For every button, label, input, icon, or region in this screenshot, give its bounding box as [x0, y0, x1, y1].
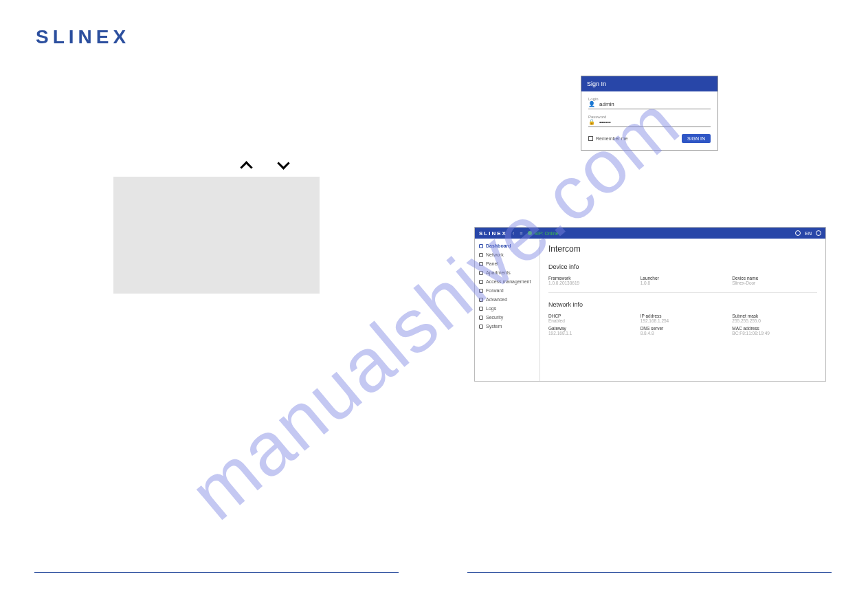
- right-column: 8. Web interface Sign In Login 👤 admin P…: [467, 69, 838, 212]
- sidebar-item-security[interactable]: Security: [475, 313, 539, 322]
- arrow-down-icon: [278, 159, 289, 170]
- shield-icon: [479, 316, 483, 320]
- sidebar-item-apartments[interactable]: Apartments: [475, 268, 539, 277]
- checkbox-icon: [588, 136, 593, 141]
- arrow-buttons-row: [241, 159, 405, 170]
- gear-icon: [479, 298, 483, 302]
- card-title: Network info: [548, 301, 817, 308]
- dash-sidebar: Dashboard Network Panel Apartments Acces…: [475, 239, 540, 381]
- password-input[interactable]: ••••••: [599, 119, 611, 125]
- info-value: Slinex-Door: [732, 281, 817, 285]
- dash-logo: SLINEX: [479, 230, 507, 237]
- sip-status: SIP: Online: [528, 231, 558, 236]
- info-key: Device name: [732, 276, 817, 281]
- info-value: 192.168.1.1: [548, 331, 634, 336]
- globe-icon[interactable]: [795, 230, 801, 236]
- info-key: Framework: [548, 276, 634, 281]
- key-icon: [479, 280, 483, 284]
- signin-button[interactable]: SIGN IN: [682, 134, 711, 143]
- forward-icon: [479, 289, 483, 293]
- divider: [34, 572, 399, 573]
- menu-icon[interactable]: ≡: [520, 231, 522, 236]
- info-value: 255.255.255.0: [732, 318, 817, 323]
- screenshot-placeholder: [113, 177, 320, 294]
- login-input[interactable]: admin: [599, 101, 614, 107]
- dash-main: Intercom Device info Framework1.0.0.2013…: [540, 239, 825, 381]
- info-value: 1.0.0.20130619: [548, 281, 634, 285]
- info-key: Subnet mask: [732, 314, 817, 318]
- sidebar-item-logs[interactable]: Logs: [475, 304, 539, 313]
- dashboard-screenshot: SLINEX ‹ ≡ SIP: Online EN Dashboard Netw…: [474, 227, 826, 382]
- building-icon: [479, 271, 483, 275]
- info-key: MAC address: [732, 326, 817, 331]
- grid-icon: [479, 244, 483, 248]
- user-menu-icon[interactable]: [816, 230, 821, 236]
- sidebar-item-advanced[interactable]: Advanced: [475, 295, 539, 304]
- chevron-left-icon[interactable]: ‹: [513, 231, 514, 236]
- sidebar-item-dashboard[interactable]: Dashboard: [475, 241, 539, 250]
- sidebar-item-forward[interactable]: Forward: [475, 286, 539, 295]
- panel-icon: [479, 262, 483, 266]
- sidebar-item-network[interactable]: Network: [475, 250, 539, 259]
- info-value: 1.0.8: [641, 281, 726, 285]
- lang-label: EN: [805, 231, 812, 236]
- signin-screenshot: Sign In Login 👤 admin Password 🔒 ••••••: [581, 76, 718, 151]
- info-value: 192.168.1.254: [641, 318, 726, 323]
- info-value: Enabled: [548, 318, 634, 323]
- sidebar-item-access[interactable]: Access management: [475, 277, 539, 286]
- left-column: 7. Software 7.1. Software main menu Slid…: [34, 69, 405, 294]
- brand-logo: SLINEX: [36, 26, 130, 48]
- card-title: Device info: [548, 263, 817, 270]
- status-dot-icon: [528, 231, 532, 235]
- cog-icon: [479, 325, 483, 329]
- remember-checkbox[interactable]: Remember me: [588, 136, 627, 141]
- lock-icon: 🔒: [588, 119, 595, 125]
- page-title: Intercom: [548, 244, 817, 254]
- info-value: BC:F8:11:08:19:49: [732, 331, 817, 336]
- divider: [467, 572, 832, 573]
- log-icon: [479, 307, 483, 311]
- sip-label: SIP: Online: [534, 231, 558, 236]
- sidebar-item-system[interactable]: System: [475, 322, 539, 331]
- signin-title: Sign In: [581, 76, 717, 91]
- info-key: DHCP: [548, 314, 634, 318]
- info-key: IP address: [641, 314, 726, 318]
- remember-label: Remember me: [596, 136, 627, 141]
- sidebar-item-panel[interactable]: Panel: [475, 259, 539, 268]
- info-key: Launcher: [641, 276, 726, 281]
- user-icon: 👤: [588, 101, 595, 107]
- arrow-up-icon: [241, 159, 252, 170]
- network-icon: [479, 253, 483, 257]
- info-key: DNS server: [641, 326, 726, 331]
- info-key: Gateway: [548, 326, 634, 331]
- info-value: 8.8.4.8: [641, 331, 726, 336]
